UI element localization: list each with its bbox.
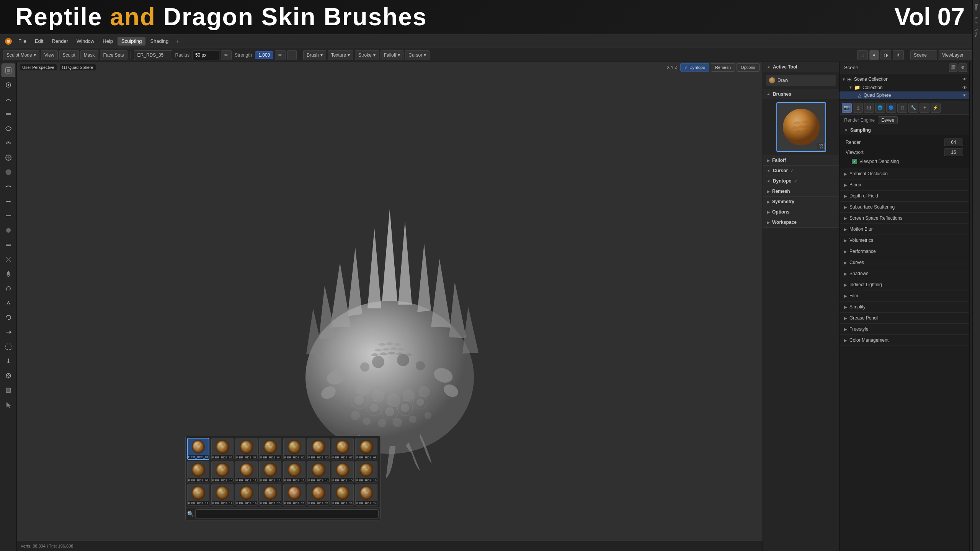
render-section-header-15[interactable]: ▶Color Management	[840, 335, 969, 346]
workspace-header[interactable]: ▶ Workspace	[763, 217, 839, 227]
brush-thumb-24[interactable]: F ER_RDS_24	[355, 484, 377, 506]
tool-slide-relax[interactable]	[2, 325, 15, 339]
tool-cursor[interactable]	[2, 398, 15, 412]
render-section-header-9[interactable]: ▶Shadows	[840, 268, 969, 279]
brushes-header[interactable]: ▼ Brushes	[763, 89, 839, 99]
render-section-header-7[interactable]: ▶Performance	[840, 246, 969, 257]
menu-item-sculpting[interactable]: Sculpting	[118, 37, 145, 46]
menu-item-window[interactable]: Window	[73, 37, 98, 46]
mask-dropdown[interactable]: Mask	[80, 50, 98, 60]
menu-item-shading[interactable]: Shading	[146, 37, 172, 46]
tool-nudge[interactable]	[2, 369, 15, 383]
tool-grab[interactable]	[2, 267, 15, 281]
tool-flatten[interactable]	[2, 209, 15, 223]
tool-thumb[interactable]	[2, 296, 15, 310]
physics-icon-btn[interactable]: ⚡	[931, 103, 941, 113]
brush-prev-expand[interactable]	[817, 143, 825, 150]
viewport[interactable]: User Perspective (1) Quad Sphere X Y Z ✓…	[17, 62, 763, 551]
render-section-header-1[interactable]: ▶Bloom	[840, 179, 969, 190]
brush-thumb-14[interactable]: F ER_RDS_14	[307, 461, 330, 483]
brush-thumb-16[interactable]: F ER_RDS_16	[355, 461, 377, 483]
add-strength-btn[interactable]: +	[287, 50, 297, 60]
menu-item-edit[interactable]: Edit	[31, 37, 47, 46]
brush-thumb-21[interactable]: F ER_RDS_21	[283, 484, 305, 506]
render-section-header-5[interactable]: ▶Motion Blur	[840, 224, 969, 235]
tool-mask[interactable]	[2, 383, 15, 397]
tool-pinch[interactable]	[2, 253, 15, 266]
view-dropdown[interactable]: View	[41, 50, 58, 60]
texture-dropdown[interactable]: Texture▾	[328, 50, 353, 60]
brush-thumb-22[interactable]: F ER_RDS_22	[307, 484, 330, 506]
camera-render-icon-btn[interactable]: 📷	[842, 103, 852, 113]
sculpt-mode-dropdown[interactable]: Sculpt Mode ▾	[3, 50, 39, 60]
radius-input[interactable]	[193, 50, 219, 60]
render-engine-dropdown[interactable]: Eevee	[878, 116, 898, 124]
output-icon-btn[interactable]: 🖨	[853, 103, 863, 113]
sculpt-dropdown[interactable]: Sculpt	[59, 50, 79, 60]
tool-rotate[interactable]	[2, 311, 15, 324]
cursor-dropdown[interactable]: Cursor▾	[405, 50, 430, 60]
options-header[interactable]: ▶ Options	[763, 207, 839, 217]
collection-item[interactable]: ▼ 📁 Collection 👁	[840, 83, 969, 91]
tool-crease[interactable]	[2, 180, 15, 194]
scene-coll-eye[interactable]: 👁	[962, 77, 967, 82]
filter-icon-btn[interactable]: ⚙	[959, 64, 967, 72]
remesh-header[interactable]: ▶ Remesh	[763, 186, 839, 196]
modifier-icon-btn[interactable]: 🔧	[908, 103, 918, 113]
strength-value[interactable]: 1.000	[255, 51, 273, 59]
brush-thumb-11[interactable]: F ER_RDS_11	[235, 461, 258, 483]
viewport-shading-render[interactable]: ☀	[893, 50, 904, 60]
tool-snake-hook[interactable]	[2, 282, 15, 295]
viewport-shading-solid[interactable]: ●	[869, 50, 879, 60]
brush-thumb-1[interactable]: F ER_RDS_01	[187, 438, 209, 460]
brush-thumb-2[interactable]: F ER_RDS_02	[211, 438, 234, 460]
active-tool-header[interactable]: ▼ Active Tool	[763, 62, 839, 72]
object-icon-btn[interactable]: ◻	[897, 103, 907, 113]
render-section-header-12[interactable]: ▶Simplify	[840, 302, 969, 312]
viewport-samples-value[interactable]: 16	[944, 148, 963, 156]
render-section-header-8[interactable]: ▶Curves	[840, 257, 969, 268]
sampling-header[interactable]: ▼ Sampling	[840, 126, 969, 135]
brush-thumb-3[interactable]: F ER_RDS_03	[235, 438, 258, 460]
brush-thumb-6[interactable]: F ER_RDS_06	[307, 438, 330, 460]
tool-layer[interactable]	[2, 136, 15, 150]
brush-thumb-12[interactable]: F ER_RDS_12	[259, 461, 281, 483]
brush-thumb-10[interactable]: F ER_RDS_10	[211, 461, 234, 483]
render-section-header-6[interactable]: ▶Volumetrics	[840, 235, 969, 246]
view-layer-icon-btn[interactable]: 🎞	[864, 103, 874, 113]
tool-select[interactable]	[2, 64, 15, 77]
falloff-header[interactable]: ▶ Falloff	[763, 155, 839, 165]
tool-pose[interactable]	[2, 354, 15, 368]
brush-thumb-8[interactable]: F ER_RDS_08	[355, 438, 377, 460]
render-section-header-4[interactable]: ▶Screen Space Reflections	[840, 213, 969, 223]
falloff-dropdown[interactable]: Falloff▾	[381, 50, 403, 60]
viewport-shading-wire[interactable]: ◻	[857, 50, 868, 60]
dyntopo-header[interactable]: ▼ Dyntopo ✓	[763, 176, 839, 186]
tool-blob[interactable]	[2, 165, 15, 179]
world-icon-btn[interactable]: 🔵	[886, 103, 896, 113]
scene-props-icon-btn[interactable]: 🌐	[875, 103, 885, 113]
cursor-header[interactable]: ▼ Cursor ✓	[763, 166, 839, 176]
render-samples-value[interactable]: 64	[944, 139, 963, 146]
render-section-header-3[interactable]: ▶Subsurface Scattering	[840, 202, 969, 212]
brush-thumb-13[interactable]: F ER_RDS_13	[283, 461, 305, 483]
brush-thumb-18[interactable]: F ER_RDS_18	[211, 484, 234, 506]
menu-item-render[interactable]: Render	[48, 37, 72, 46]
face-sets-dropdown[interactable]: Face Sets	[100, 50, 127, 60]
tool-clay[interactable]	[2, 93, 15, 106]
menu-item-help[interactable]: Help	[99, 37, 117, 46]
render-section-header-13[interactable]: ▶Grease Pencil	[840, 313, 969, 323]
render-section-header-0[interactable]: ▶Ambient Occlusion	[840, 168, 969, 179]
brush-dropdown[interactable]: Brush▾	[303, 50, 326, 60]
tool-scrape[interactable]	[2, 238, 15, 252]
render-section-header-14[interactable]: ▶Freestyle	[840, 324, 969, 334]
symmetry-header[interactable]: ▶ Symmetry	[763, 197, 839, 207]
particles-icon-btn[interactable]: ✦	[920, 103, 929, 113]
mesh-eye[interactable]: 👁	[962, 93, 967, 98]
tool-boundary[interactable]	[2, 340, 15, 354]
brush-thumb-20[interactable]: F ER_RDS_20	[259, 484, 281, 506]
quad-sphere-item[interactable]: △ Quad Sphere 👁	[840, 91, 969, 99]
viewport-shading-material[interactable]: ◑	[880, 50, 891, 60]
brush-thumb-7[interactable]: F ER_RDS_07	[332, 438, 354, 460]
tool-draw[interactable]	[2, 78, 15, 92]
